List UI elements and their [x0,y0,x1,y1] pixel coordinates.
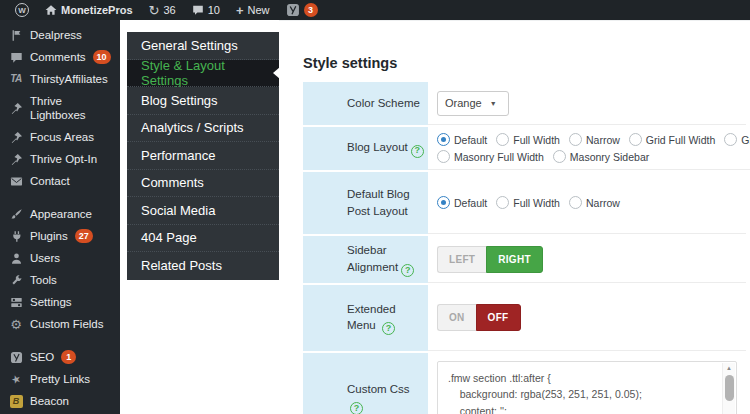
radio-masonry-full-width[interactable]: Masonry Full Width [437,150,544,163]
radio-icon [496,196,509,209]
sidebar-item-seo[interactable]: SEO 1 [0,346,120,368]
sidebar-item-comments[interactable]: Comments 10 [0,46,120,68]
sliders-icon [9,296,23,309]
sidebar-item-tools[interactable]: Tools [0,269,120,291]
updates-button[interactable]: ↻ 36 [141,0,184,20]
radio-icon [569,196,582,209]
tab-general-settings[interactable]: General Settings [127,32,279,60]
sidebar-item-label: Focus Areas [30,130,94,144]
tab-comments[interactable]: Comments [127,170,279,198]
help-icon[interactable]: ? [350,402,363,414]
sidebar-item-label: Thrive Opt-In [30,152,97,166]
sidebar-item-thirstyaffiliates[interactable]: TA ThirstyAffiliates [0,68,120,90]
row-color-scheme: Color Scheme Orange ▼ [303,82,750,125]
sidebar-item-appearance[interactable]: Appearance [0,203,120,225]
admin-comments-button[interactable]: 10 [184,0,228,20]
sidebar-item-focus-areas[interactable]: Focus Areas [0,126,120,148]
sidebar-item-thrive-opt-in[interactable]: Thrive Opt-In [0,148,120,170]
custom-css-textarea[interactable]: .fmw section .ttl:after { background: rg… [437,361,737,414]
plugin-icon [9,230,23,243]
sidebar-item-contact[interactable]: Contact [0,170,120,192]
tab-style-layout-settings[interactable]: Style & Layout Settings [127,60,279,88]
radio-masonry-sidebar[interactable]: Masonry Sidebar [553,150,649,163]
tab-analytics-scripts[interactable]: Analytics / Scripts [127,115,279,143]
radio-grid-sidebar[interactable]: Grid Sidebar [724,133,750,146]
radio-default[interactable]: Default [437,196,487,209]
new-content-button[interactable]: + New [228,0,278,20]
textarea-scrollbar[interactable]: ▲ [722,363,735,414]
radio-icon [496,133,509,146]
main-content: Style settings Color Scheme Orange ▼ Blo… [279,20,750,414]
row-control: Default Full Width Narrow [428,172,746,234]
row-label: Blog Layout? [303,127,428,170]
radio-default[interactable]: Default [437,133,487,146]
sidebar-item-custom-fields[interactable]: ⚙ Custom Fields [0,313,120,335]
pushpin-icon [9,153,23,166]
help-icon[interactable]: ? [382,322,395,335]
sidebar-item-label: Tools [30,273,57,287]
help-icon[interactable]: ? [411,145,424,158]
sidebar-item-pretty-links[interactable]: ★ Pretty Links [0,368,120,390]
pushpin-icon [9,102,23,115]
radio-narrow[interactable]: Narrow [569,196,620,209]
toggle-left-option[interactable]: LEFT [437,246,486,273]
home-icon [45,4,57,16]
scrollbar-up-arrow[interactable]: ▲ [723,363,735,374]
tab-blog-settings[interactable]: Blog Settings [127,87,279,115]
admin-comments-count: 10 [208,4,220,16]
sidebar-item-label: Custom Fields [30,317,104,331]
tab-performance[interactable]: Performance [127,142,279,170]
toggle-right-option[interactable]: RIGHT [486,246,543,273]
extended-menu-toggle[interactable]: ON OFF [437,304,521,331]
row-blog-layout: Blog Layout? Default Full Width Narrow G… [303,127,750,170]
sidebar-item-label: Plugins [30,229,68,243]
row-extended-menu: Extended Menu ? ON OFF [303,285,750,351]
yoast-icon [286,3,300,17]
sidebar-alignment-toggle[interactable]: LEFT RIGHT [437,246,543,273]
yoast-notification-badge: 3 [304,3,318,17]
user-icon [9,252,23,265]
row-control: Orange ▼ [428,82,746,125]
scrollbar-thumb[interactable] [725,375,734,401]
sidebar-item-dealpress[interactable]: Dealpress [0,24,120,46]
tab-404-page[interactable]: 404 Page [127,225,279,253]
sidebar-item-settings[interactable]: Settings [0,291,120,313]
radio-grid-full-width[interactable]: Grid Full Width [629,133,715,146]
radio-icon [569,133,582,146]
sidebar-item-label: Pretty Links [30,372,90,386]
radio-full-width[interactable]: Full Width [496,133,560,146]
sidebar-item-label: SEO [30,350,54,364]
help-icon[interactable]: ? [401,264,414,277]
radio-full-width[interactable]: Full Width [496,196,560,209]
row-custom-css: Custom Css? .fmw section .ttl:after { ba… [303,353,750,414]
toggle-on-option[interactable]: ON [437,304,476,331]
sidebar-item-beacon[interactable]: B Beacon [0,390,120,412]
sidebar-item-plugins[interactable]: Plugins 27 [0,225,120,247]
thirstyaffiliates-icon: TA [9,72,23,86]
sidebar-item-thrive-lightboxes[interactable]: Thrive Lightboxes [0,90,120,126]
beacon-icon: B [9,395,23,408]
row-sidebar-alignment: Sidebar Alignment? LEFT RIGHT [303,236,750,283]
radio-icon [437,196,450,209]
tab-social-media[interactable]: Social Media [127,197,279,225]
paintbrush-icon [9,208,23,221]
tab-related-posts[interactable]: Related Posts [127,252,279,280]
color-scheme-select[interactable]: Orange ▼ [437,91,509,116]
sidebar-item-label: Contact [30,174,70,188]
comment-bubble-icon [192,4,204,16]
updates-count: 36 [163,4,175,16]
wordpress-menu-button[interactable]: W [7,0,37,20]
row-label: Sidebar Alignment? [303,236,428,283]
radio-icon [629,133,642,146]
new-label: New [248,4,270,16]
radio-narrow[interactable]: Narrow [569,133,620,146]
yoast-admin-button[interactable]: 3 [278,0,326,20]
sidebar-item-label: ThirstyAffiliates [30,72,108,86]
plus-icon: + [236,4,244,17]
site-link[interactable]: MonetizePros [37,0,141,20]
sidebar-item-label: Comments [30,50,86,64]
toggle-off-option[interactable]: OFF [476,304,521,331]
sidebar-separator [0,335,120,346]
sidebar-item-users[interactable]: Users [0,247,120,269]
comments-count-badge: 10 [93,50,111,64]
